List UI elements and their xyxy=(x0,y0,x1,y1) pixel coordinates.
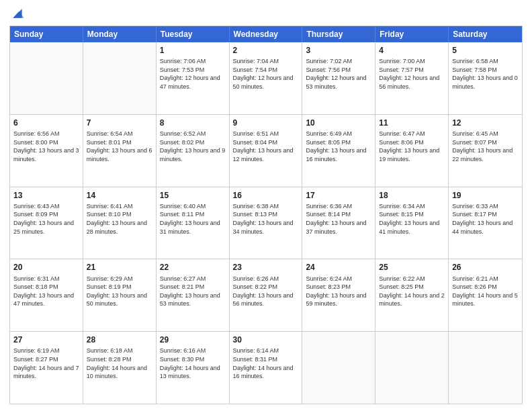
day-info: Sunrise: 6:16 AMSunset: 8:30 PMDaylight:… xyxy=(160,347,226,380)
calendar-week-3: 13Sunrise: 6:43 AMSunset: 8:09 PMDayligh… xyxy=(10,187,522,260)
day-number: 3 xyxy=(306,45,371,56)
day-number: 8 xyxy=(160,118,226,128)
day-info: Sunrise: 6:54 AMSunset: 8:01 PMDaylight:… xyxy=(87,130,152,163)
day-info: Sunrise: 6:49 AMSunset: 8:05 PMDaylight:… xyxy=(306,130,371,163)
day-number: 28 xyxy=(87,334,152,345)
day-info: Sunrise: 6:31 AMSunset: 8:18 PMDaylight:… xyxy=(13,275,79,308)
calendar-day-8: 8Sunrise: 6:52 AMSunset: 8:02 PMDaylight… xyxy=(157,115,230,187)
calendar-day-15: 15Sunrise: 6:40 AMSunset: 8:11 PMDayligh… xyxy=(157,187,230,259)
day-info: Sunrise: 6:19 AMSunset: 8:27 PMDaylight:… xyxy=(13,347,79,380)
calendar-header: SundayMondayTuesdayWednesdayThursdayFrid… xyxy=(10,26,522,42)
day-number: 9 xyxy=(233,118,299,128)
header-day-monday: Monday xyxy=(83,26,157,42)
calendar-empty-cell xyxy=(449,332,522,404)
day-info: Sunrise: 6:40 AMSunset: 8:11 PMDaylight:… xyxy=(160,202,226,236)
day-number: 13 xyxy=(13,190,79,201)
day-number: 26 xyxy=(452,262,519,273)
day-info: Sunrise: 6:56 AMSunset: 8:00 PMDaylight:… xyxy=(13,130,79,163)
day-info: Sunrise: 7:04 AMSunset: 7:54 PMDaylight:… xyxy=(233,57,299,91)
day-number: 19 xyxy=(452,190,519,201)
day-info: Sunrise: 7:06 AMSunset: 7:53 PMDaylight:… xyxy=(160,57,226,91)
calendar-day-21: 21Sunrise: 6:29 AMSunset: 8:19 PMDayligh… xyxy=(83,259,157,331)
header-day-thursday: Thursday xyxy=(302,26,375,42)
day-info: Sunrise: 7:02 AMSunset: 7:56 PMDaylight:… xyxy=(306,57,371,91)
calendar-empty-cell xyxy=(83,42,157,114)
calendar-day-12: 12Sunrise: 6:45 AMSunset: 8:07 PMDayligh… xyxy=(449,115,522,187)
calendar-day-13: 13Sunrise: 6:43 AMSunset: 8:09 PMDayligh… xyxy=(10,187,83,259)
svg-marker-1 xyxy=(13,11,24,18)
day-number: 24 xyxy=(306,262,371,273)
day-info: Sunrise: 6:21 AMSunset: 8:26 PMDaylight:… xyxy=(452,275,519,308)
calendar: SundayMondayTuesdayWednesdayThursdayFrid… xyxy=(9,26,523,404)
day-number: 14 xyxy=(87,190,152,201)
day-info: Sunrise: 6:24 AMSunset: 8:23 PMDaylight:… xyxy=(306,275,371,308)
calendar-day-22: 22Sunrise: 6:27 AMSunset: 8:21 PMDayligh… xyxy=(157,259,230,331)
day-number: 29 xyxy=(160,334,226,345)
header-day-sunday: Sunday xyxy=(10,26,83,42)
calendar-day-29: 29Sunrise: 6:16 AMSunset: 8:30 PMDayligh… xyxy=(157,332,230,404)
day-number: 12 xyxy=(452,118,519,128)
day-number: 11 xyxy=(379,118,445,128)
day-info: Sunrise: 6:47 AMSunset: 8:06 PMDaylight:… xyxy=(379,130,445,163)
calendar-empty-cell xyxy=(375,332,449,404)
calendar-day-11: 11Sunrise: 6:47 AMSunset: 8:06 PMDayligh… xyxy=(375,115,449,187)
calendar-day-1: 1Sunrise: 7:06 AMSunset: 7:53 PMDaylight… xyxy=(157,42,230,114)
day-number: 25 xyxy=(379,262,445,273)
header-day-wednesday: Wednesday xyxy=(230,26,303,42)
calendar-day-10: 10Sunrise: 6:49 AMSunset: 8:05 PMDayligh… xyxy=(302,115,375,187)
day-info: Sunrise: 6:41 AMSunset: 8:10 PMDaylight:… xyxy=(87,202,152,236)
day-number: 16 xyxy=(233,190,299,201)
calendar-week-2: 6Sunrise: 6:56 AMSunset: 8:00 PMDaylight… xyxy=(10,115,522,187)
calendar-day-20: 20Sunrise: 6:31 AMSunset: 8:18 PMDayligh… xyxy=(10,259,83,331)
calendar-day-17: 17Sunrise: 6:36 AMSunset: 8:14 PMDayligh… xyxy=(302,187,375,259)
calendar-day-18: 18Sunrise: 6:34 AMSunset: 8:15 PMDayligh… xyxy=(375,187,449,259)
day-number: 21 xyxy=(87,262,152,273)
header-day-saturday: Saturday xyxy=(449,26,522,42)
day-number: 15 xyxy=(160,190,226,201)
day-number: 2 xyxy=(233,45,299,56)
calendar-day-2: 2Sunrise: 7:04 AMSunset: 7:54 PMDaylight… xyxy=(230,42,303,114)
logo xyxy=(9,7,24,20)
day-number: 1 xyxy=(160,45,226,56)
calendar-day-4: 4Sunrise: 7:00 AMSunset: 7:57 PMDaylight… xyxy=(375,42,449,114)
calendar-day-25: 25Sunrise: 6:22 AMSunset: 8:25 PMDayligh… xyxy=(375,259,449,331)
calendar-week-5: 27Sunrise: 6:19 AMSunset: 8:27 PMDayligh… xyxy=(10,332,522,404)
day-info: Sunrise: 6:43 AMSunset: 8:09 PMDaylight:… xyxy=(13,202,79,236)
calendar-week-1: 1Sunrise: 7:06 AMSunset: 7:53 PMDaylight… xyxy=(10,42,522,115)
day-number: 17 xyxy=(306,190,371,201)
calendar-day-3: 3Sunrise: 7:02 AMSunset: 7:56 PMDaylight… xyxy=(302,42,375,114)
day-info: Sunrise: 7:00 AMSunset: 7:57 PMDaylight:… xyxy=(379,57,445,91)
day-info: Sunrise: 6:29 AMSunset: 8:19 PMDaylight:… xyxy=(87,275,152,308)
day-info: Sunrise: 6:45 AMSunset: 8:07 PMDaylight:… xyxy=(452,130,519,163)
calendar-day-5: 5Sunrise: 6:58 AMSunset: 7:58 PMDaylight… xyxy=(449,42,522,114)
logo-icon xyxy=(11,7,24,20)
calendar-day-16: 16Sunrise: 6:38 AMSunset: 8:13 PMDayligh… xyxy=(230,187,303,259)
calendar-day-28: 28Sunrise: 6:18 AMSunset: 8:28 PMDayligh… xyxy=(83,332,157,404)
day-number: 27 xyxy=(13,334,79,345)
header-day-tuesday: Tuesday xyxy=(157,26,230,42)
day-number: 23 xyxy=(233,262,299,273)
header-day-friday: Friday xyxy=(375,26,449,42)
day-info: Sunrise: 6:51 AMSunset: 8:04 PMDaylight:… xyxy=(233,130,299,163)
day-info: Sunrise: 6:22 AMSunset: 8:25 PMDaylight:… xyxy=(379,275,445,308)
day-number: 30 xyxy=(233,334,299,345)
day-info: Sunrise: 6:38 AMSunset: 8:13 PMDaylight:… xyxy=(233,202,299,236)
day-info: Sunrise: 6:27 AMSunset: 8:21 PMDaylight:… xyxy=(160,275,226,308)
day-info: Sunrise: 6:52 AMSunset: 8:02 PMDaylight:… xyxy=(160,130,226,163)
day-info: Sunrise: 6:58 AMSunset: 7:58 PMDaylight:… xyxy=(452,57,519,91)
day-info: Sunrise: 6:26 AMSunset: 8:22 PMDaylight:… xyxy=(233,275,299,308)
day-number: 20 xyxy=(13,262,79,273)
calendar-week-4: 20Sunrise: 6:31 AMSunset: 8:18 PMDayligh… xyxy=(10,259,522,332)
calendar-day-26: 26Sunrise: 6:21 AMSunset: 8:26 PMDayligh… xyxy=(449,259,522,331)
day-number: 10 xyxy=(306,118,371,128)
page-header xyxy=(9,7,523,20)
calendar-empty-cell xyxy=(302,332,375,404)
day-number: 18 xyxy=(379,190,445,201)
calendar-day-27: 27Sunrise: 6:19 AMSunset: 8:27 PMDayligh… xyxy=(10,332,83,404)
day-number: 22 xyxy=(160,262,226,273)
calendar-body: 1Sunrise: 7:06 AMSunset: 7:53 PMDaylight… xyxy=(10,42,522,404)
day-number: 4 xyxy=(379,45,445,56)
calendar-day-30: 30Sunrise: 6:14 AMSunset: 8:31 PMDayligh… xyxy=(230,332,303,404)
calendar-day-14: 14Sunrise: 6:41 AMSunset: 8:10 PMDayligh… xyxy=(83,187,157,259)
day-info: Sunrise: 6:36 AMSunset: 8:14 PMDaylight:… xyxy=(306,202,371,236)
